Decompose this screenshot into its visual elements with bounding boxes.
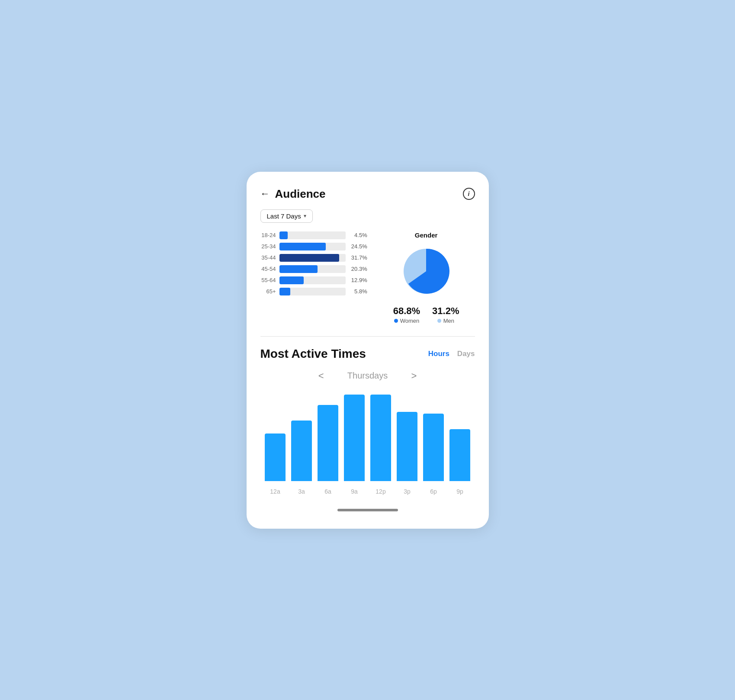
page-title: Audience — [275, 187, 326, 201]
chart-bar — [423, 414, 444, 481]
bar-pct-label: 5.8% — [349, 288, 367, 295]
women-label: Women — [400, 318, 420, 324]
bar-fill — [279, 231, 288, 239]
bar-fill — [279, 265, 318, 273]
age-bar-row: 35-4431.7% — [260, 254, 367, 262]
tab-days[interactable]: Days — [457, 350, 475, 358]
men-label: Men — [443, 318, 454, 324]
age-label: 18-24 — [260, 232, 276, 238]
bar-pct-label: 24.5% — [349, 243, 367, 250]
info-icon[interactable]: i — [463, 188, 475, 200]
bar-pct-label: 20.3% — [349, 266, 367, 272]
age-bar-row: 25-3424.5% — [260, 243, 367, 250]
women-dot — [394, 319, 398, 323]
back-button[interactable]: ← — [260, 189, 270, 199]
chart-col — [289, 395, 315, 481]
women-pct: 68.8% — [393, 305, 420, 317]
handle-bar — [337, 509, 398, 511]
age-label: 65+ — [260, 288, 276, 295]
chart-time-label: 12a — [262, 485, 289, 495]
gender-title: Gender — [415, 231, 438, 239]
divider — [260, 336, 475, 337]
chart-col — [394, 395, 420, 481]
men-pct: 31.2% — [432, 305, 459, 317]
bar-track — [279, 276, 346, 284]
filter-button[interactable]: Last 7 Days ▾ — [260, 209, 313, 223]
chart-time-label: 6a — [315, 485, 341, 495]
most-active-title: Most Active Times — [260, 347, 366, 361]
filter-row: Last 7 Days ▾ — [260, 209, 475, 223]
age-section: 18-244.5%25-3424.5%35-4431.7%45-5420.3%5… — [260, 231, 367, 324]
mat-tabs: Hours Days — [428, 350, 475, 358]
bar-track — [279, 265, 346, 273]
chart-bar — [370, 395, 392, 481]
chart-bar — [344, 395, 365, 481]
bar-pct-label: 12.9% — [349, 277, 367, 283]
age-bar-row: 45-5420.3% — [260, 265, 367, 273]
header: ← Audience i — [260, 187, 475, 201]
bar-fill — [279, 288, 290, 295]
bar-track — [279, 243, 346, 250]
chart-time-label: 9a — [341, 485, 368, 495]
gender-section: Gender 68.8% Women — [378, 231, 475, 324]
bar-pct-label: 4.5% — [349, 232, 367, 238]
bottom-handle — [260, 509, 475, 511]
day-navigator: < Thursdays > — [260, 369, 475, 383]
chart-bar — [291, 421, 312, 481]
bar-track — [279, 254, 346, 262]
stats-row: 18-244.5%25-3424.5%35-4431.7%45-5420.3%5… — [260, 231, 475, 324]
men-dot — [437, 319, 441, 323]
chart-time-label: 3p — [394, 485, 420, 495]
chart-time-label: 12p — [368, 485, 394, 495]
bar-fill — [279, 243, 326, 250]
men-legend: 31.2% Men — [432, 305, 459, 324]
header-left: ← Audience — [260, 187, 326, 201]
age-bar-row: 18-244.5% — [260, 231, 367, 239]
next-day-button[interactable]: > — [408, 369, 420, 383]
age-bar-row: 65+5.8% — [260, 288, 367, 295]
women-legend: 68.8% Women — [393, 305, 420, 324]
chevron-down-icon: ▾ — [304, 213, 306, 219]
chart-time-label: 9p — [447, 485, 473, 495]
prev-day-button[interactable]: < — [315, 369, 327, 383]
bar-pct-label: 31.7% — [349, 254, 367, 261]
current-day-label: Thursdays — [340, 371, 396, 381]
bar-track — [279, 288, 346, 295]
chart-bar — [397, 412, 418, 481]
chart-col — [447, 395, 473, 481]
tab-hours[interactable]: Hours — [428, 350, 449, 358]
age-label: 35-44 — [260, 254, 276, 261]
chart-col — [368, 395, 394, 481]
chart-col — [341, 395, 368, 481]
chart-time-label: 6p — [420, 485, 447, 495]
most-active-header: Most Active Times Hours Days — [260, 347, 475, 361]
chart-bar — [318, 405, 339, 481]
chart-col — [262, 395, 289, 481]
chart-bar — [449, 429, 471, 481]
chart-col — [315, 395, 341, 481]
age-label: 55-64 — [260, 277, 276, 283]
chart-bar — [265, 433, 286, 481]
age-label: 25-34 — [260, 243, 276, 250]
bar-chart — [260, 395, 475, 481]
gender-pie — [398, 243, 454, 299]
chart-col — [420, 395, 447, 481]
filter-label: Last 7 Days — [267, 212, 301, 220]
age-label: 45-54 — [260, 266, 276, 272]
bar-track — [279, 231, 346, 239]
phone-card: ← Audience i Last 7 Days ▾ 18-244.5%25-3… — [247, 172, 489, 529]
bar-fill — [279, 254, 340, 262]
chart-time-label: 3a — [289, 485, 315, 495]
bar-fill — [279, 276, 304, 284]
age-bar-row: 55-6412.9% — [260, 276, 367, 284]
chart-labels: 12a3a6a9a12p3p6p9p — [260, 485, 475, 495]
gender-legend: 68.8% Women 31.2% Men — [393, 305, 459, 324]
